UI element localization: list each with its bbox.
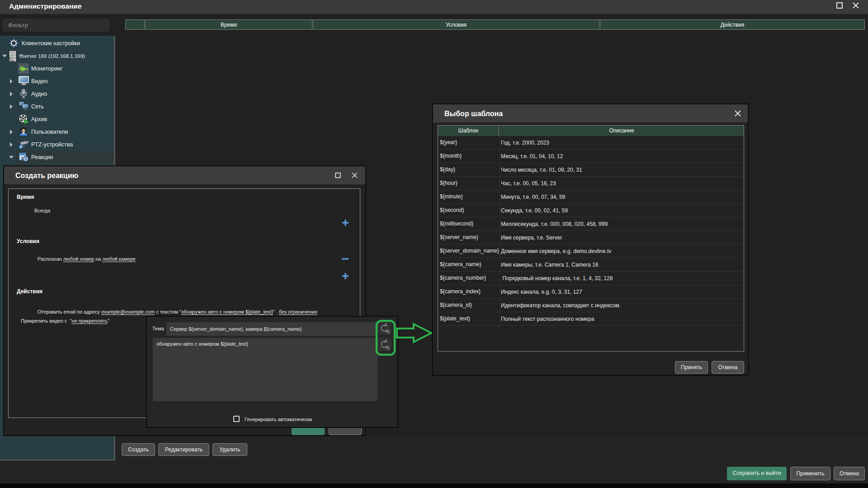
svg-text:B: B [387, 329, 390, 334]
svg-text:A: A [384, 322, 387, 328]
svg-text:1: 1 [21, 156, 23, 160]
